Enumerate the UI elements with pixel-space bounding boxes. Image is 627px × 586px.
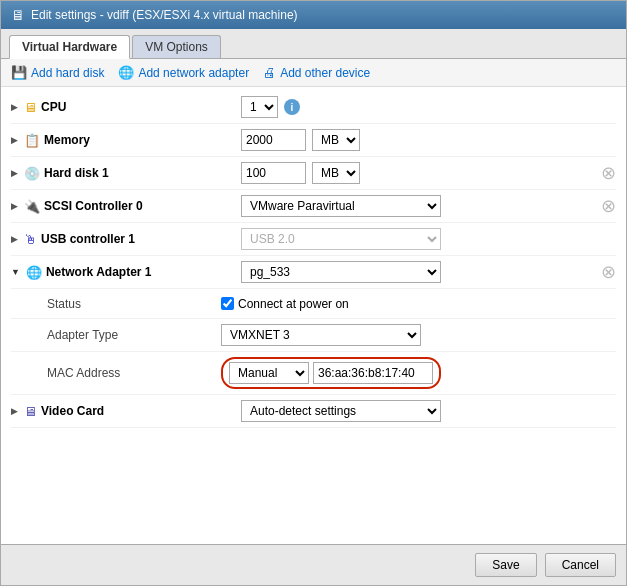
network-adapter-expand-icon: ▼ <box>11 267 20 277</box>
cpu-count-select[interactable]: 1248 <box>241 96 278 118</box>
hard-disk-label: Hard disk 1 <box>44 166 109 180</box>
scsi-expand-icon: ▶ <box>11 201 18 211</box>
adapter-type-controls: VMXNET 3E1000E1000E <box>221 324 616 346</box>
add-other-device-button[interactable]: 🖨 Add other device <box>263 65 370 80</box>
cpu-controls: 1248 i <box>241 96 616 118</box>
adapter-type-select[interactable]: VMXNET 3E1000E1000E <box>221 324 421 346</box>
connect-at-power-on-label[interactable]: Connect at power on <box>221 297 349 311</box>
scsi-icon: 🔌 <box>24 199 40 214</box>
footer: Save Cancel <box>1 544 626 585</box>
usb-icon: 🖱 <box>24 232 37 247</box>
memory-row: ▶ 📋 Memory MBGB <box>11 124 616 157</box>
add-network-adapter-icon: 🌐 <box>118 65 134 80</box>
scsi-row: ▶ 🔌 SCSI Controller 0 VMware Paravirtual… <box>11 190 616 223</box>
video-card-icon: 🖥 <box>24 404 37 419</box>
network-adapter-controls: pg_533pg_100 ⊗ <box>241 261 616 283</box>
video-card-select[interactable]: Auto-detect settingsCustom <box>241 400 441 422</box>
hard-disk-remove-button[interactable]: ⊗ <box>601 162 616 184</box>
status-row: Status Connect at power on <box>11 289 616 319</box>
memory-value-input[interactable] <box>241 129 306 151</box>
title-bar-icon: 🖥 <box>11 7 25 23</box>
tabs-bar: Virtual Hardware VM Options <box>1 29 626 59</box>
hard-disk-header[interactable]: ▶ 💿 Hard disk 1 <box>11 166 241 181</box>
cpu-header[interactable]: ▶ 🖥 CPU <box>11 100 241 115</box>
adapter-type-label: Adapter Type <box>11 328 221 342</box>
hard-disk-icon: 💿 <box>24 166 40 181</box>
cpu-icon: 🖥 <box>24 100 37 115</box>
status-controls: Connect at power on <box>221 297 616 311</box>
cancel-button[interactable]: Cancel <box>545 553 616 577</box>
cpu-expand-icon: ▶ <box>11 102 18 112</box>
cpu-label: CPU <box>41 100 66 114</box>
hard-disk-row: ▶ 💿 Hard disk 1 MBGB ⊗ <box>11 157 616 190</box>
scsi-header[interactable]: ▶ 🔌 SCSI Controller 0 <box>11 199 241 214</box>
scsi-label: SCSI Controller 0 <box>44 199 143 213</box>
usb-type-select[interactable]: USB 2.0USB 3.0 <box>241 228 441 250</box>
add-network-adapter-label: Add network adapter <box>138 66 249 80</box>
add-other-device-label: Add other device <box>280 66 370 80</box>
network-adapter-select[interactable]: pg_533pg_100 <box>241 261 441 283</box>
usb-label: USB controller 1 <box>41 232 135 246</box>
adapter-type-row: Adapter Type VMXNET 3E1000E1000E <box>11 319 616 352</box>
hard-disk-unit-select[interactable]: MBGB <box>312 162 360 184</box>
add-hard-disk-button[interactable]: 💾 Add hard disk <box>11 65 104 80</box>
mac-address-label: MAC Address <box>11 366 221 380</box>
mac-address-row: MAC Address ManualAutomatic <box>11 352 616 395</box>
usb-header[interactable]: ▶ 🖱 USB controller 1 <box>11 232 241 247</box>
cpu-row: ▶ 🖥 CPU 1248 i <box>11 91 616 124</box>
network-adapter-remove-button[interactable]: ⊗ <box>601 261 616 283</box>
video-card-header[interactable]: ▶ 🖥 Video Card <box>11 404 241 419</box>
video-card-controls: Auto-detect settingsCustom <box>241 400 616 422</box>
content-area: ▶ 🖥 CPU 1248 i ▶ 📋 Memory MBGB <box>1 87 626 544</box>
mac-highlight-container: ManualAutomatic <box>221 357 441 389</box>
title-bar: 🖥 Edit settings - vdiff (ESX/ESXi 4.x vi… <box>1 1 626 29</box>
tab-vm-options[interactable]: VM Options <box>132 35 221 58</box>
hard-disk-controls: MBGB ⊗ <box>241 162 616 184</box>
connect-at-power-on-checkbox[interactable] <box>221 297 234 310</box>
add-hard-disk-icon: 💾 <box>11 65 27 80</box>
memory-expand-icon: ▶ <box>11 135 18 145</box>
video-card-label: Video Card <box>41 404 104 418</box>
scsi-remove-button[interactable]: ⊗ <box>601 195 616 217</box>
dialog: 🖥 Edit settings - vdiff (ESX/ESXi 4.x vi… <box>0 0 627 586</box>
dialog-title: Edit settings - vdiff (ESX/ESXi 4.x virt… <box>31 8 298 22</box>
tab-virtual-hardware[interactable]: Virtual Hardware <box>9 35 130 59</box>
memory-label: Memory <box>44 133 90 147</box>
memory-unit-select[interactable]: MBGB <box>312 129 360 151</box>
add-other-device-icon: 🖨 <box>263 65 276 80</box>
cpu-info-icon[interactable]: i <box>284 99 300 115</box>
network-adapter-row: ▼ 🌐 Network Adapter 1 pg_533pg_100 ⊗ <box>11 256 616 289</box>
scsi-controls: VMware ParavirtualLSI LogicLSI Logic SAS… <box>241 195 616 217</box>
memory-controls: MBGB <box>241 129 616 151</box>
usb-expand-icon: ▶ <box>11 234 18 244</box>
save-button[interactable]: Save <box>475 553 536 577</box>
usb-row: ▶ 🖱 USB controller 1 USB 2.0USB 3.0 <box>11 223 616 256</box>
hard-disk-expand-icon: ▶ <box>11 168 18 178</box>
add-network-adapter-button[interactable]: 🌐 Add network adapter <box>118 65 249 80</box>
memory-header[interactable]: ▶ 📋 Memory <box>11 133 241 148</box>
mac-mode-select[interactable]: ManualAutomatic <box>229 362 309 384</box>
connect-at-power-on-text: Connect at power on <box>238 297 349 311</box>
network-adapter-header[interactable]: ▼ 🌐 Network Adapter 1 <box>11 265 241 280</box>
status-label: Status <box>11 297 221 311</box>
network-adapter-icon: 🌐 <box>26 265 42 280</box>
video-card-row: ▶ 🖥 Video Card Auto-detect settingsCusto… <box>11 395 616 428</box>
memory-icon: 📋 <box>24 133 40 148</box>
mac-address-controls: ManualAutomatic <box>221 357 616 389</box>
hard-disk-size-input[interactable] <box>241 162 306 184</box>
usb-controls: USB 2.0USB 3.0 <box>241 228 616 250</box>
network-adapter-label: Network Adapter 1 <box>46 265 152 279</box>
scsi-type-select[interactable]: VMware ParavirtualLSI LogicLSI Logic SAS <box>241 195 441 217</box>
add-hard-disk-label: Add hard disk <box>31 66 104 80</box>
toolbar: 💾 Add hard disk 🌐 Add network adapter 🖨 … <box>1 59 626 87</box>
mac-address-input[interactable] <box>313 362 433 384</box>
video-card-expand-icon: ▶ <box>11 406 18 416</box>
